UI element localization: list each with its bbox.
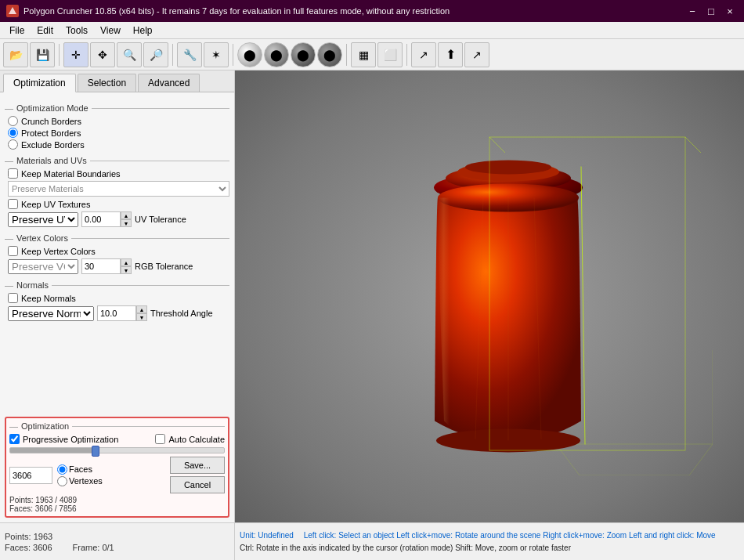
uv-tolerance-up[interactable]: ▲ (121, 211, 132, 219)
status-hint-zoom: Zoom (607, 531, 629, 540)
optimization-slider-thumb[interactable] (92, 446, 99, 457)
cb-keep-normals[interactable]: Keep Normals (5, 293, 229, 303)
cb-keep-vc[interactable]: Keep Vertex Colors (5, 246, 229, 256)
toolbar-grid[interactable]: ▦ (351, 42, 376, 67)
radio-protect-borders[interactable]: Protect Borders (8, 128, 229, 138)
toolbar-tool2[interactable]: ✶ (204, 42, 229, 67)
cb-keep-uv-label: Keep UV Textures (21, 200, 90, 209)
menu-view[interactable]: View (94, 23, 127, 38)
app-icon (6, 5, 19, 17)
rgb-tolerance-input[interactable] (81, 258, 121, 274)
cancel-button[interactable]: Cancel (170, 476, 225, 493)
radio-vertexes-label: Vertexes (69, 476, 103, 486)
menu-help[interactable]: Help (127, 23, 159, 38)
select-preserve-normals[interactable]: Preserve Normals (8, 306, 94, 321)
normals-row: Preserve Normals ▲ ▼ Threshold Angle (5, 305, 229, 321)
radio-faces[interactable]: Faces (57, 464, 103, 475)
status-frame-label: Frame: 0/1 (73, 543, 114, 552)
toolbar-tool1[interactable]: 🔧 (177, 42, 202, 67)
cb-progressive[interactable]: Progressive Optimization (9, 434, 118, 444)
opt-stats: Points: 1963 / 4089 Faces: 3606 / 7856 (9, 496, 225, 513)
titlebar-title: Polygon Cruncher 10.85 (x64 bits) - It r… (23, 6, 450, 16)
radio-crunch-input[interactable] (8, 116, 18, 126)
opt-value-input[interactable] (9, 467, 52, 484)
cb-progressive-input[interactable] (9, 434, 20, 444)
close-button[interactable]: × (722, 3, 738, 19)
viewport[interactable] (235, 70, 744, 522)
tab-optimization[interactable]: Optimization (3, 74, 76, 92)
cb-auto-calc[interactable]: Auto Calculate (155, 434, 225, 444)
radio-protect-input[interactable] (8, 128, 18, 138)
uv-tolerance-down[interactable]: ▼ (121, 219, 132, 227)
status-hint-move: Left click+move: (396, 531, 453, 540)
titlebar-left: Polygon Cruncher 10.85 (x64 bits) - It r… (6, 5, 450, 17)
radio-faces-label: Faces (69, 464, 92, 474)
svg-line-4 (689, 444, 713, 475)
toolbar-save[interactable]: 💾 (30, 42, 55, 67)
toolbar-sphere4[interactable]: ⬤ (317, 42, 342, 67)
toolbar-sphere1[interactable]: ⬤ (237, 42, 262, 67)
threshold-input[interactable] (97, 305, 136, 321)
uv-tolerance-input[interactable] (81, 211, 121, 227)
threshold-up[interactable]: ▲ (136, 305, 147, 313)
toolbar-zoom[interactable]: 🔎 (143, 42, 168, 67)
status-faces-label: Faces: 3606 (5, 543, 52, 552)
status-hint-move2: Move (696, 531, 715, 540)
radio-vertexes-input[interactable] (57, 476, 67, 486)
cb-auto-calc-input[interactable] (155, 434, 165, 444)
cb-keep-material[interactable]: Keep Material Boundaries (5, 168, 229, 179)
minimize-button[interactable]: − (684, 3, 700, 19)
threshold-down[interactable]: ▼ (136, 313, 147, 321)
toolbar-arrow1[interactable]: ↗ (411, 42, 436, 67)
vertex-colors-row: Preserve VC ▲ ▼ RGB Tolerance (5, 258, 229, 274)
select-preserve-materials[interactable]: Preserve Materials (8, 181, 229, 197)
cb-keep-material-input[interactable] (8, 168, 18, 179)
menu-edit[interactable]: Edit (31, 23, 60, 38)
toolbar-arrow3[interactable]: ↗ (464, 42, 489, 67)
menu-file[interactable]: File (3, 23, 31, 38)
opt-bottom-header: Progressive Optimization Auto Calculate (9, 434, 225, 444)
save-button[interactable]: Save... (170, 457, 225, 474)
radio-exclude-input[interactable] (8, 139, 18, 150)
toolbar-select[interactable]: ✛ (63, 42, 88, 67)
toolbar-box[interactable]: ⬜ (377, 42, 403, 67)
toolbar-sphere2[interactable]: ⬤ (264, 42, 289, 67)
select-preserve-uv[interactable]: Preserve UV (8, 212, 78, 227)
radio-faces-input[interactable] (57, 464, 67, 475)
maximize-button[interactable]: □ (703, 3, 719, 19)
statusbar: Points: 1963 Faces: 3606 Frame: 0/1 Unit… (0, 522, 744, 560)
menu-tools[interactable]: Tools (60, 23, 94, 38)
rgb-down[interactable]: ▼ (121, 266, 132, 274)
status-line-faces: Faces: 3606 Frame: 0/1 (5, 543, 229, 552)
optimization-mode-group: Crunch Borders Protect Borders Exclude B… (5, 116, 229, 150)
panel-content: Optimization Mode Crunch Borders Protect… (0, 92, 234, 412)
toolbar-sep1 (59, 44, 60, 66)
uv-tolerance-arrows: ▲ ▼ (121, 211, 132, 227)
main-area: Optimization Selection Advanced Optimiza… (0, 70, 744, 522)
opt-radio-col: Faces Vertexes (57, 464, 103, 486)
toolbar-open[interactable]: 📂 (3, 42, 28, 67)
radio-vertexes[interactable]: Vertexes (57, 476, 103, 486)
optimization-slider-track[interactable] (9, 447, 225, 453)
cb-keep-uv-input[interactable] (8, 199, 18, 209)
section-materials: Materials and UVs (5, 156, 229, 165)
cb-keep-normals-input[interactable] (8, 293, 18, 303)
cb-keep-uv[interactable]: Keep UV Textures (5, 199, 229, 209)
opt-buttons: Save... Cancel (170, 457, 225, 493)
cb-keep-vc-input[interactable] (8, 246, 18, 256)
svg-marker-0 (9, 7, 16, 14)
toolbar-sphere3[interactable]: ⬤ (291, 42, 316, 67)
threshold-spin: ▲ ▼ (97, 305, 147, 321)
radio-exclude-borders[interactable]: Exclude Borders (8, 139, 229, 150)
tab-selection[interactable]: Selection (78, 74, 136, 92)
radio-crunch-borders[interactable]: Crunch Borders (8, 116, 229, 126)
rgb-up[interactable]: ▲ (121, 258, 132, 266)
optimization-bottom-box: Optimization Progressive Optimization Au… (5, 417, 229, 518)
menubar: File Edit Tools View Help (0, 22, 744, 39)
select-preserve-vc[interactable]: Preserve VC (8, 259, 78, 274)
titlebar-controls[interactable]: − □ × (684, 3, 738, 19)
toolbar-move[interactable]: ✥ (90, 42, 115, 67)
tab-advanced[interactable]: Advanced (138, 74, 200, 92)
toolbar-search[interactable]: 🔍 (117, 42, 142, 67)
toolbar-arrow2[interactable]: ⬆ (438, 42, 463, 67)
